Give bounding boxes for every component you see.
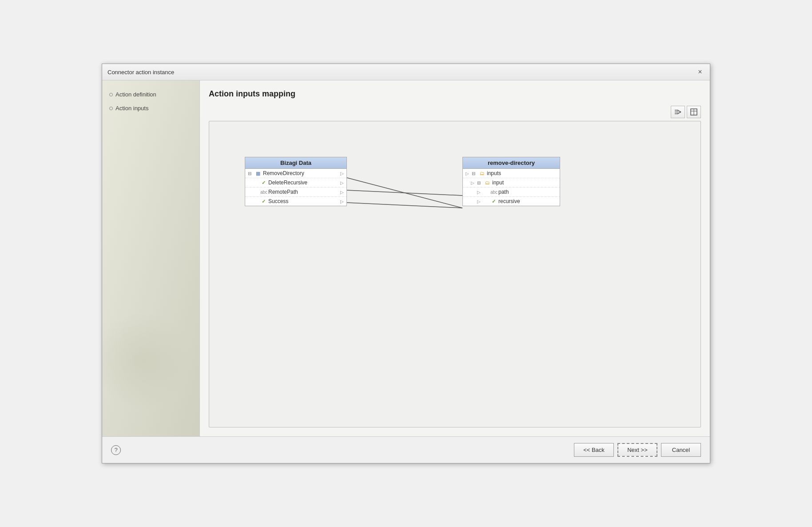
check-icon: ✓ [490, 199, 497, 204]
node-row: ▷ ✓ recursive [463, 197, 560, 206]
row-label: DeleteRecursive [268, 180, 338, 186]
remove-directory-node: remove-directory ▷ ⊟ 🗂 inputs ▷ ⊟ 🗂 [462, 157, 560, 206]
left-arrow: ▷ [477, 199, 481, 204]
grid-icon: ▦ [255, 171, 261, 176]
mapping-inner: Bizagi Data ⊟ ▦ RemoveDirectory ▷ ✓ [209, 121, 701, 427]
main-title: Action inputs mapping [209, 89, 701, 99]
dialog-title: Connector action instance [107, 69, 174, 76]
svg-line-10 [347, 203, 462, 208]
table-icon [690, 108, 698, 116]
row-label: RemotePath [268, 189, 338, 195]
bizagi-data-header: Bizagi Data [245, 157, 346, 169]
mapping-view-button[interactable] [671, 106, 685, 118]
node-row: ▷ abc path [463, 188, 560, 197]
row-label: inputs [487, 170, 557, 176]
bullet-icon [109, 107, 113, 110]
footer-left: ? [111, 445, 121, 455]
node-row: ▷ ⊟ 🗂 input [463, 178, 560, 188]
dialog: Connector action instance × Action defin… [102, 64, 710, 463]
sidebar-item-label: Action definition [115, 91, 156, 98]
row-label: input [492, 180, 557, 186]
connector-arrow: ▷ [340, 190, 344, 195]
content-area: Action definition Action inputs Action i… [102, 80, 710, 436]
sidebar-item-action-definition[interactable]: Action definition [109, 89, 192, 100]
folder-icon: 🗂 [484, 180, 490, 185]
node-row: abc RemotePath ▷ [245, 188, 346, 197]
table-view-button[interactable] [687, 106, 701, 118]
node-row: ⊟ ▦ RemoveDirectory ▷ [245, 169, 346, 178]
node-row: ▷ ⊟ 🗂 inputs [463, 169, 560, 178]
left-arrow: ▷ [471, 180, 474, 185]
title-bar: Connector action instance × [102, 64, 710, 80]
connector-arrow: ▷ [340, 171, 344, 176]
left-arrow: ▷ [466, 171, 469, 176]
close-button[interactable]: × [696, 68, 705, 76]
node-row: ✓ Success ▷ [245, 197, 346, 206]
bizagi-data-node: Bizagi Data ⊟ ▦ RemoveDirectory ▷ ✓ [245, 157, 347, 206]
remove-directory-header: remove-directory [463, 157, 560, 169]
row-label: recursive [498, 198, 557, 204]
expand-icon[interactable]: ⊟ [248, 171, 253, 176]
abc-icon: abc [490, 190, 497, 195]
footer-buttons: << Back Next >> Cancel [574, 443, 701, 457]
row-label: RemoveDirectory [263, 170, 338, 176]
toolbar-row [209, 106, 701, 118]
left-arrow: ▷ [477, 190, 481, 195]
back-button[interactable]: << Back [574, 443, 614, 457]
check-icon: ✓ [260, 180, 267, 186]
main-panel: Action inputs mapping [200, 80, 710, 436]
folder-icon: 🗂 [479, 171, 485, 176]
connector-arrow: ▷ [340, 199, 344, 204]
footer: ? << Back Next >> Cancel [102, 436, 710, 463]
cancel-button[interactable]: Cancel [661, 443, 701, 457]
bullet-icon [109, 93, 113, 96]
svg-line-9 [347, 190, 462, 196]
check-icon: ✓ [260, 199, 267, 204]
row-label: Success [268, 198, 338, 204]
row-label: path [498, 189, 557, 195]
sidebar: Action definition Action inputs [102, 80, 200, 436]
mapping-icon [674, 108, 682, 116]
abc-icon: abc [260, 190, 267, 195]
node-row: ✓ DeleteRecursive ▷ [245, 178, 346, 188]
help-button[interactable]: ? [111, 445, 121, 455]
expand-icon[interactable]: ⊟ [472, 171, 477, 176]
connector-arrow: ▷ [340, 180, 344, 185]
mapping-canvas: Bizagi Data ⊟ ▦ RemoveDirectory ▷ ✓ [209, 121, 701, 427]
expand-icon[interactable]: ⊟ [477, 180, 482, 185]
sidebar-item-label: Action inputs [115, 105, 148, 112]
next-button[interactable]: Next >> [617, 443, 657, 457]
svg-line-8 [347, 178, 462, 208]
sidebar-item-action-inputs[interactable]: Action inputs [109, 103, 192, 113]
